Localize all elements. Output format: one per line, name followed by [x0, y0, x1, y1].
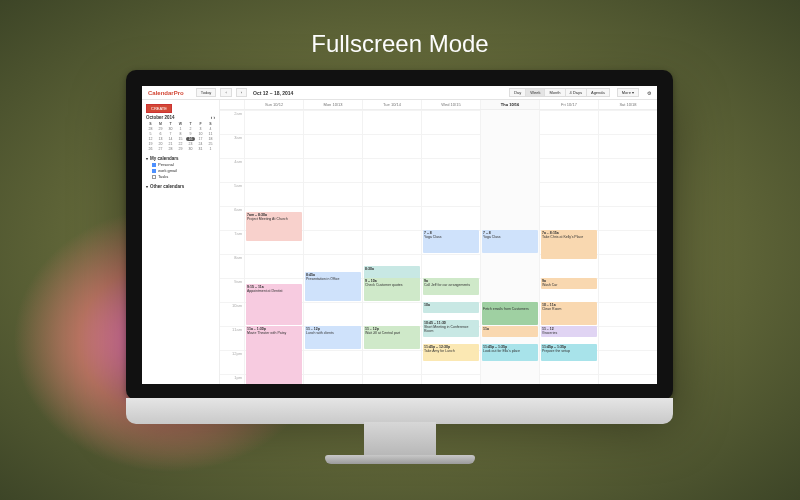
mini-day[interactable]: 18	[206, 137, 215, 141]
day-header[interactable]: Mon 10/13	[303, 100, 362, 109]
day-column[interactable]: 8:45aPresentation in Office11 – 12pLunch…	[303, 110, 362, 384]
prev-button[interactable]: ‹	[220, 88, 231, 97]
event-block[interactable]: 9 – 10aCheck Customer quotes	[364, 278, 420, 301]
view-week[interactable]: Week	[526, 88, 545, 97]
mini-day[interactable]: 13	[156, 137, 165, 141]
event-block[interactable]: 8:45aPresentation in Office	[305, 272, 361, 301]
mini-day[interactable]: 22	[176, 142, 185, 146]
mini-day[interactable]: 6	[156, 132, 165, 136]
event-block[interactable]: Fetch emails from Customers	[482, 302, 538, 325]
monitor-chin	[126, 398, 673, 424]
mini-day[interactable]: 29	[176, 147, 185, 151]
mini-day[interactable]: 11	[206, 132, 215, 136]
mini-day[interactable]: 14	[166, 137, 175, 141]
mini-day[interactable]: 9	[186, 132, 195, 136]
event-block[interactable]: 11a	[482, 326, 538, 337]
event-block[interactable]: 11 – 12pLunch with clients	[305, 326, 361, 349]
view-4days[interactable]: 4 Days	[566, 88, 587, 97]
event-block[interactable]: 7am – 8:30aProject Meeting At Church	[246, 212, 302, 241]
sidebar: CREATE October 2014 ‹ › SMTWTFS282930123…	[142, 100, 220, 384]
calendar-item[interactable]: Tasks	[152, 174, 215, 179]
event-title: Yoga Class	[424, 235, 442, 239]
hour-labels: 2am3am4am5am6am7am8am9am10am11am12pm1pm2…	[220, 110, 244, 384]
mini-day[interactable]: 2	[186, 127, 195, 131]
event-block[interactable]: 11 – 12pWait Jill at Central part	[364, 326, 420, 349]
checkbox-icon[interactable]	[152, 163, 156, 167]
event-block[interactable]: 11:45p – 12:30pTake Amy for Lunch	[423, 344, 479, 361]
mini-day[interactable]: 27	[156, 147, 165, 151]
today-button[interactable]: Today	[196, 88, 217, 97]
day-header[interactable]: Wed 10/15	[421, 100, 480, 109]
mini-day[interactable]: 25	[206, 142, 215, 146]
mini-day[interactable]: 28	[146, 127, 155, 131]
mini-day[interactable]: 7	[166, 132, 175, 136]
mini-day[interactable]: 8	[176, 132, 185, 136]
other-calendars-header[interactable]: Other calendars	[146, 184, 215, 189]
day-header[interactable]: Sun 10/12	[244, 100, 303, 109]
day-header[interactable]: Fri 10/17	[539, 100, 598, 109]
mini-day[interactable]: 15	[176, 137, 185, 141]
event-time: 10a	[424, 303, 430, 307]
more-menu[interactable]: More ▾	[617, 88, 639, 97]
day-column[interactable]: 7am – 8:30aProject Meeting At Church9:15…	[244, 110, 303, 384]
mini-day[interactable]: 29	[156, 127, 165, 131]
mini-day[interactable]: 5	[146, 132, 155, 136]
day-column[interactable]	[598, 110, 657, 384]
calendar-item[interactable]: Personal	[152, 162, 215, 167]
mini-day[interactable]: 23	[186, 142, 195, 146]
event-block[interactable]: 7 – 8Yoga Class	[423, 230, 479, 253]
day-column[interactable]: 8:30a9 – 10aCheck Customer quotes11 – 12…	[362, 110, 421, 384]
mini-day[interactable]: 10	[196, 132, 205, 136]
day-column[interactable]: 7 – 8Yoga ClassFetch emails from Custome…	[480, 110, 539, 384]
view-month[interactable]: Month	[545, 88, 565, 97]
event-block[interactable]: 9aWash Car	[541, 278, 597, 289]
mini-day[interactable]: 26	[146, 147, 155, 151]
view-day[interactable]: Day	[509, 88, 526, 97]
hour-area[interactable]: 2am3am4am5am6am7am8am9am10am11am12pm1pm2…	[220, 110, 657, 384]
mini-calendar[interactable]: SMTWTFS282930123456789101112131415161718…	[146, 122, 215, 151]
event-block[interactable]: 9aCall Jeff for car arrangements	[423, 278, 479, 295]
event-block[interactable]: 10a	[423, 302, 479, 313]
event-block[interactable]: 7 – 8Yoga Class	[482, 230, 538, 253]
mini-day[interactable]: 12	[146, 137, 155, 141]
mini-day[interactable]: 3	[196, 127, 205, 131]
event-block[interactable]: 11a – 1:30pMovie Theater with Patsy	[246, 326, 302, 384]
day-column[interactable]: 7 – 8Yoga Class9aCall Jeff for car arran…	[421, 110, 480, 384]
event-block[interactable]: 11:45p – 1:35pLook out for Ella's place	[482, 344, 538, 361]
mini-day[interactable]: 20	[156, 142, 165, 146]
mini-day[interactable]: 30	[166, 127, 175, 131]
mini-day[interactable]: 16	[186, 137, 195, 141]
day-header[interactable]: Tue 10/14	[362, 100, 421, 109]
mini-day[interactable]: 1	[206, 147, 215, 151]
day-header[interactable]: Sat 10/18	[598, 100, 657, 109]
event-block[interactable]: 10:45 – 11:30Short Meeting in Conference…	[423, 320, 479, 337]
calendar-item[interactable]: work gmail	[152, 168, 215, 173]
create-button[interactable]: CREATE	[146, 104, 172, 113]
mini-day[interactable]: 28	[166, 147, 175, 151]
app-logo: CalendarPro	[148, 90, 184, 96]
gear-icon[interactable]: ⚙	[647, 90, 651, 96]
event-block[interactable]: 11 – 12Groceries	[541, 326, 597, 337]
event-block[interactable]: 11:45p – 1:35pPrepare the setup	[541, 344, 597, 361]
mini-day[interactable]: 24	[196, 142, 205, 146]
day-header[interactable]: Thu 10/16	[480, 100, 539, 109]
mini-day[interactable]: 1	[176, 127, 185, 131]
my-calendars-header[interactable]: My calendars	[146, 156, 215, 161]
mini-day[interactable]: 21	[166, 142, 175, 146]
checkbox-icon[interactable]	[152, 175, 156, 179]
event-block[interactable]: 7a – 8:15aTake Chris at Kelly's Place	[541, 230, 597, 259]
day-column[interactable]: 7a – 8:15aTake Chris at Kelly's Place9aW…	[539, 110, 598, 384]
event-block[interactable]: 9:15 – 11aAppointment at Dentist	[246, 284, 302, 325]
next-button[interactable]: ›	[236, 88, 247, 97]
time-gutter-header	[220, 100, 244, 109]
mini-day[interactable]: 30	[186, 147, 195, 151]
mini-day[interactable]: 31	[196, 147, 205, 151]
mini-month-nav[interactable]: ‹ ›	[211, 115, 215, 120]
mini-day[interactable]: 17	[196, 137, 205, 141]
checkbox-icon[interactable]	[152, 169, 156, 173]
event-block[interactable]: 10 – 11aClean Room	[541, 302, 597, 325]
mini-day[interactable]: 4	[206, 127, 215, 131]
mini-day[interactable]: 19	[146, 142, 155, 146]
date-range: Oct 12 – 18, 2014	[253, 90, 293, 96]
view-agenda[interactable]: Agenda	[587, 88, 610, 97]
